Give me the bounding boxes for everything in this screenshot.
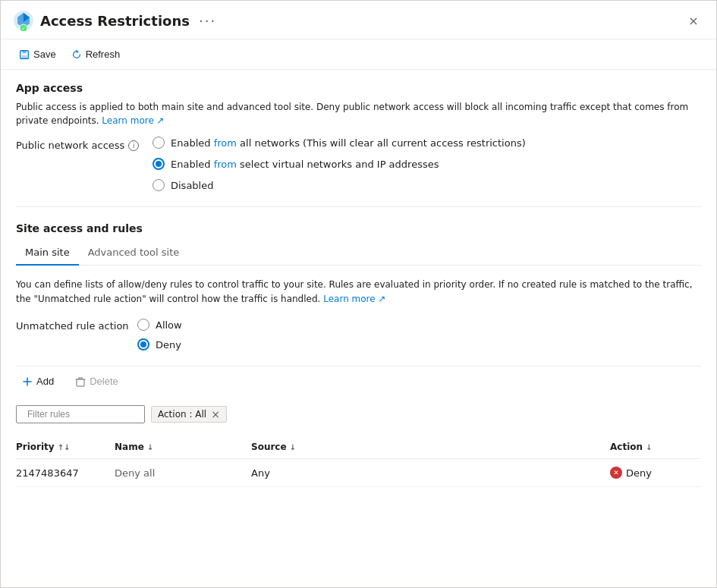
- site-tabs: Main site Advanced tool site: [16, 241, 701, 266]
- actions-bar: Add Delete: [16, 366, 701, 396]
- radio-select: [153, 158, 165, 170]
- title-left: ✓ Access Restrictions ···: [13, 10, 216, 31]
- tab-advanced-tool-site[interactable]: Advanced tool site: [79, 241, 189, 266]
- filter-row: Action : All ×: [16, 405, 701, 423]
- public-network-label: Public network access i: [16, 140, 153, 151]
- toolbar: Save Refresh: [1, 39, 716, 70]
- title-dots: ···: [199, 13, 216, 29]
- learn-more-link[interactable]: Learn more ↗: [102, 115, 164, 126]
- unmatched-deny[interactable]: Deny: [137, 338, 182, 351]
- row-priority: 2147483647: [16, 467, 115, 479]
- info-icon: i: [128, 140, 139, 151]
- deny-icon: [610, 467, 622, 479]
- main-window: ✓ Access Restrictions ··· × Save Refresh: [0, 0, 717, 588]
- radio-all: [153, 137, 165, 149]
- source-sort-icon: ↓: [290, 443, 296, 451]
- table-header: Priority ↑↓ Name ↓ Source ↓ Action ↓: [16, 435, 701, 459]
- delete-button[interactable]: Delete: [69, 373, 124, 390]
- app-icon: ✓: [13, 10, 34, 31]
- save-button[interactable]: Save: [13, 46, 62, 63]
- action-sort-icon: ↓: [646, 443, 652, 451]
- title-bar: ✓ Access Restrictions ··· ×: [1, 1, 716, 39]
- svg-rect-5: [22, 55, 27, 58]
- filter-tag-action-all: Action : All ×: [151, 406, 227, 423]
- th-action[interactable]: Action ↓: [610, 442, 701, 452]
- radio-deny: [137, 338, 149, 351]
- site-rules-title: Site access and rules: [16, 222, 701, 234]
- th-priority[interactable]: Priority ↑↓: [16, 442, 115, 452]
- filter-input-wrap[interactable]: [16, 405, 145, 423]
- name-sort-icon: ↓: [147, 443, 153, 451]
- unmatched-section: Unmatched rule action Allow Deny: [16, 319, 701, 351]
- add-button[interactable]: Add: [16, 373, 60, 390]
- unmatched-label: Unmatched rule action: [16, 319, 137, 332]
- row-source: Any: [251, 467, 610, 479]
- th-source[interactable]: Source ↓: [251, 442, 610, 452]
- app-access-title: App access: [16, 82, 701, 94]
- window-title: Access Restrictions: [40, 13, 190, 29]
- network-option-all[interactable]: Enabled from all networks (This will cle…: [153, 137, 526, 149]
- svg-text:✓: ✓: [21, 26, 26, 31]
- network-options: Enabled from all networks (This will cle…: [153, 137, 526, 191]
- site-rules-section: Site access and rules Main site Advanced…: [16, 222, 701, 487]
- app-access-section: App access Public access is applied to b…: [16, 82, 701, 191]
- public-network-section: Public network access i Enabled from all…: [16, 137, 701, 191]
- refresh-button[interactable]: Refresh: [65, 46, 127, 63]
- priority-sort-icon: ↑↓: [58, 443, 71, 451]
- network-option-select[interactable]: Enabled from select virtual networks and…: [153, 158, 526, 170]
- rules-table: Priority ↑↓ Name ↓ Source ↓ Action ↓: [16, 435, 701, 487]
- add-icon: [22, 376, 33, 387]
- unmatched-allow[interactable]: Allow: [137, 319, 182, 331]
- radio-disabled: [153, 179, 165, 191]
- content: App access Public access is applied to b…: [1, 70, 716, 499]
- rule-info: You can define lists of allow/deny rules…: [16, 278, 701, 307]
- refresh-icon: [71, 49, 82, 60]
- divider-1: [16, 206, 701, 207]
- network-option-disabled[interactable]: Disabled: [153, 179, 526, 191]
- save-icon: [19, 49, 30, 60]
- rule-learn-more-link[interactable]: Learn more ↗: [323, 294, 385, 304]
- th-name[interactable]: Name ↓: [115, 442, 251, 452]
- filter-tag-close[interactable]: ×: [211, 409, 220, 420]
- unmatched-radios: Allow Deny: [137, 319, 182, 351]
- deny-badge: Deny: [610, 467, 701, 479]
- close-button[interactable]: ×: [683, 10, 704, 31]
- table-row[interactable]: 2147483647 Deny all Any Deny: [16, 459, 701, 487]
- radio-allow: [137, 319, 149, 331]
- row-name: Deny all: [115, 467, 251, 479]
- tab-main-site[interactable]: Main site: [16, 241, 79, 266]
- svg-rect-4: [22, 50, 26, 53]
- delete-icon: [75, 376, 86, 387]
- row-action: Deny: [610, 467, 701, 479]
- filter-rules-input[interactable]: [27, 409, 141, 420]
- app-access-info: Public access is applied to both main si…: [16, 100, 701, 127]
- svg-rect-8: [77, 379, 84, 386]
